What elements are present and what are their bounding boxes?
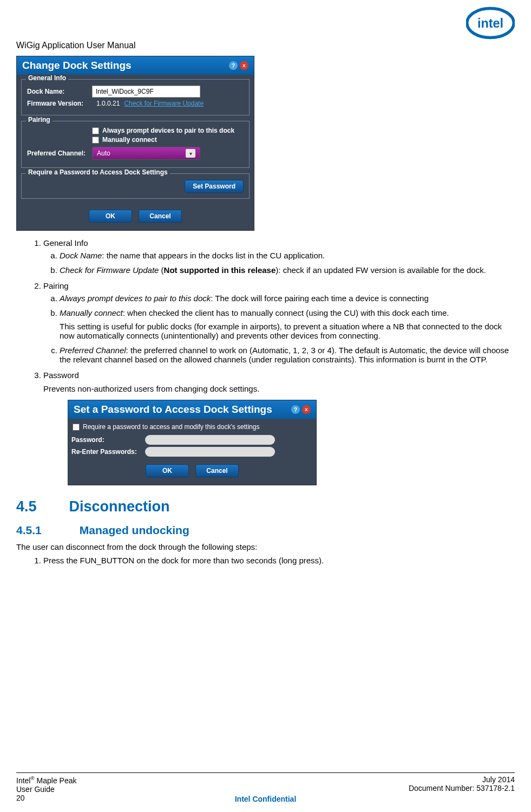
heading-4-5: 4.5 Disconnection (16, 498, 515, 515)
ok-button[interactable]: OK (89, 210, 132, 223)
firmware-version-value: 1.0.0.21 (96, 100, 120, 107)
item-2b-rest: : when checked the client has to manuall… (123, 308, 449, 317)
chevron-down-icon: ▾ (186, 149, 195, 158)
item-3-title: Password (43, 371, 79, 380)
svg-text:intel: intel (477, 16, 503, 30)
manually-connect-checkbox[interactable] (92, 137, 99, 144)
item-2b-para: This setting is useful for public docks … (60, 322, 515, 340)
intel-logo: intel (466, 5, 515, 41)
reenter-password-input[interactable] (145, 447, 275, 457)
footer-guide: User Guide (16, 785, 77, 794)
password-label: Password: (71, 436, 142, 444)
dialog-title-text: Change Dock Settings (22, 60, 132, 72)
item-2a-rest: : The dock will force pairing each time … (211, 294, 428, 303)
item-1b-mid: ( (159, 265, 163, 275)
footer-docnum: Document Number: 537178-2.1 (409, 784, 515, 792)
content-list: General Info Dock Name: the name that ap… (16, 238, 515, 485)
password-legend: Require a Password to Access Dock Settin… (26, 168, 170, 176)
document-header: WiGig Application User Manual (16, 41, 515, 50)
footer-confidential: Intel Confidential (16, 795, 515, 803)
preferred-channel-value: Auto (97, 150, 110, 157)
reenter-password-label: Re-Enter Passwords: (71, 448, 142, 456)
page-footer: Intel® Maple Peak User Guide 20 Intel Co… (16, 772, 515, 802)
cancel-button[interactable]: Cancel (139, 210, 182, 223)
footer-date: July 2014 (409, 775, 515, 784)
footer-product: Intel® Maple Peak (16, 775, 77, 785)
password-fieldset: Require a Password to Access Dock Settin… (21, 173, 250, 199)
ok-button[interactable]: OK (146, 464, 189, 477)
general-info-legend: General Info (26, 74, 68, 82)
always-prompt-checkbox[interactable] (92, 127, 99, 134)
always-prompt-label: Always prompt devices to pair to this do… (102, 127, 234, 134)
pairing-fieldset: Pairing Always prompt devices to pair to… (21, 121, 250, 168)
pairing-legend: Pairing (26, 116, 53, 124)
heading-4-5-1: 4.5.1 Managed undocking (16, 524, 515, 537)
heading-4-5-1-num: 4.5.1 (16, 524, 42, 537)
dialog-titlebar: Change Dock Settings ? × (17, 56, 254, 75)
item-2a-term: Always prompt devices to pair to this do… (60, 294, 211, 303)
password-input[interactable] (145, 435, 275, 445)
item-1b-bold: Not supported in this release (164, 265, 276, 275)
item-1a-rest: : the name that appears in the docks lis… (102, 251, 325, 260)
heading-4-5-num: 4.5 (16, 498, 37, 515)
item-2c-term: Preferred Channel (60, 346, 126, 355)
firmware-version-label: Firmware Version: (27, 100, 92, 107)
help-icon[interactable]: ? (229, 61, 238, 70)
item-1-title: General Info (43, 238, 88, 248)
dock-name-label: Dock Name: (27, 88, 92, 95)
change-dock-settings-dialog: Change Dock Settings ? × General Info Do… (16, 56, 254, 231)
undocking-step-1: Press the FUN_BUTTON on the dock for mor… (43, 556, 515, 565)
set-password-button[interactable]: Set Password (185, 180, 244, 193)
require-password-checkbox[interactable] (73, 424, 80, 431)
require-password-label: Require a password to access and modify … (83, 423, 259, 431)
preferred-channel-select[interactable]: Auto ▾ (92, 147, 200, 160)
item-2b-term: Manually connect (60, 308, 123, 317)
manually-connect-label: Manually connect (102, 136, 157, 144)
preferred-channel-label: Preferred Channel: (27, 150, 92, 157)
general-info-fieldset: General Info Dock Name: Firmware Version… (21, 79, 250, 115)
item-3-para: Prevents non-authorized users from chang… (43, 384, 515, 393)
dialog2-titlebar: Set a Password to Access Dock Settings ?… (68, 400, 316, 419)
dock-name-input[interactable] (92, 86, 200, 98)
cancel-button[interactable]: Cancel (195, 464, 239, 477)
dialog2-title-text: Set a Password to Access Dock Settings (74, 404, 272, 415)
check-firmware-update-link[interactable]: Check for Firmware Update (124, 100, 204, 107)
help-icon[interactable]: ? (291, 405, 300, 414)
undocking-intro: The user can disconnect from the dock th… (16, 542, 515, 551)
close-icon[interactable]: × (302, 405, 311, 414)
heading-4-5-1-text: Managed undocking (80, 524, 189, 537)
set-password-dialog: Set a Password to Access Dock Settings ?… (68, 400, 317, 485)
close-icon[interactable]: × (240, 61, 248, 70)
item-1a-term: Dock Name (60, 251, 102, 260)
item-2-title: Pairing (43, 281, 69, 290)
item-1b-rest: ): check if an updated FW version is ava… (276, 265, 486, 275)
item-2c-rest: : the preferred channel to work on (Auto… (60, 346, 509, 364)
heading-4-5-text: Disconnection (69, 498, 170, 515)
item-1b-term: Check for Firmware Update (60, 265, 159, 275)
